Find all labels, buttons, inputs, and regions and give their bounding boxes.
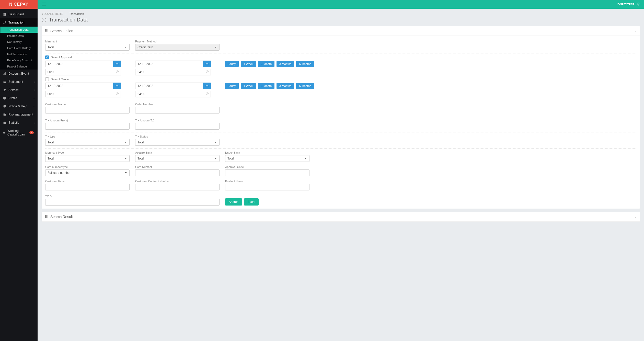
svg-rect-23 <box>116 63 118 65</box>
sidebar-subitem-fail-transaction[interactable]: Fail Transaction <box>0 51 38 57</box>
svg-rect-2 <box>42 5 46 5</box>
calendar-icon[interactable] <box>203 83 211 89</box>
calendar-icon[interactable] <box>203 61 211 67</box>
chevron-right-icon: › <box>66 12 67 15</box>
svg-rect-50 <box>47 217 47 218</box>
svg-rect-20 <box>45 31 46 32</box>
panel-title: Search Option <box>50 29 73 33</box>
preset-3-months[interactable]: 3 Months <box>277 61 294 67</box>
sidebar-subitem-noti-history[interactable]: Noti History <box>0 39 38 45</box>
trx-amount-to-label: Trx Amount(To) <box>135 119 220 122</box>
order-number-input[interactable] <box>135 107 220 113</box>
sidebar-item-transaction[interactable]: Transaction‹ <box>0 18 38 27</box>
grid-icon <box>45 215 50 219</box>
sidebar-subitem-preauth-data[interactable]: Preauth Data <box>0 33 38 39</box>
preset-6-months[interactable]: 6 Months <box>296 61 314 67</box>
approval-checkbox[interactable] <box>45 55 49 59</box>
clock-icon <box>206 92 209 96</box>
sidebar-item-notice-help[interactable]: Notice & Help‹ <box>0 102 38 110</box>
chevron-left-icon: ‹ <box>34 97 34 100</box>
sidebar-item-risk-management[interactable]: Risk management‹ <box>0 110 38 119</box>
approval-from-time-input[interactable]: 00:00 <box>45 69 121 75</box>
brand-logo[interactable]: NICEPAY <box>0 0 38 9</box>
menu-toggle-icon[interactable] <box>42 2 46 7</box>
customer-contract-label: Customer Contract Number <box>135 180 220 183</box>
sidebar-subitem-beneficiary-account[interactable]: Beneficiary Account <box>0 57 38 63</box>
grid-icon <box>45 29 50 33</box>
merchant-select[interactable]: Total <box>45 44 130 51</box>
cancel-from-date-input[interactable]: 12-10-2022 <box>45 83 113 89</box>
preset-today[interactable]: Today <box>225 61 239 67</box>
trx-amount-from-input[interactable] <box>45 123 130 130</box>
sidebar-item-statistic[interactable]: Statistic‹ <box>0 119 38 127</box>
sidebar-item-discount-event[interactable]: Discount Event‹ <box>0 70 38 78</box>
preset-1-week[interactable]: 1 Week <box>241 83 256 89</box>
trx-type-label: Trx type <box>45 135 130 138</box>
preset-1-week[interactable]: 1 Week <box>241 61 256 67</box>
trx-type-select[interactable]: Total <box>45 139 130 146</box>
trx-amount-to-input[interactable] <box>135 123 220 130</box>
chevron-left-icon: ‹ <box>34 81 34 83</box>
preset-1-month[interactable]: 1 Month <box>258 83 274 89</box>
calendar-icon[interactable] <box>113 61 121 67</box>
card-number-type-label: Card number type <box>45 165 130 168</box>
cancel-to-date-input[interactable]: 12-10-2022 <box>135 83 203 89</box>
card-number-type-select[interactable]: Full card number <box>45 169 130 176</box>
merchant-type-select[interactable]: Total <box>45 155 130 162</box>
approval-to-time-input[interactable]: 24:00 <box>135 69 211 75</box>
sidebar-item-settlement[interactable]: Settlement‹ <box>0 78 38 86</box>
trx-status-select[interactable]: Total <box>135 139 220 146</box>
sidebar-item-working-capital-loan[interactable]: Working Capital LoanN‹ <box>0 127 38 139</box>
excel-button[interactable]: Excel <box>244 198 259 206</box>
search-option-panel: Search Option ⌄ Merchant Total Payment M… <box>42 26 640 209</box>
back-button[interactable] <box>42 18 46 22</box>
preset-1-month[interactable]: 1 Month <box>258 61 274 67</box>
merchant-label: Merchant <box>45 40 130 43</box>
issuer-bank-select[interactable]: Total <box>225 155 309 162</box>
chevron-down-icon[interactable]: ⌄ <box>634 215 636 218</box>
customer-contract-input[interactable] <box>135 184 220 190</box>
preset-6-months[interactable]: 6 Months <box>296 83 314 89</box>
issuer-bank-label: Issuer Bank <box>225 151 309 154</box>
order-number-label: Order Number <box>135 103 220 106</box>
svg-rect-16 <box>48 29 48 30</box>
card-number-input[interactable] <box>135 169 220 176</box>
sidebar-subitem-card-event-history[interactable]: Card Event History <box>0 45 38 51</box>
svg-rect-37 <box>206 85 208 87</box>
sidebar-item-label: Working Capital Loan <box>7 129 28 136</box>
product-name-label: Product Name <box>225 180 309 183</box>
sidebar-item-profile[interactable]: Profile‹ <box>0 94 38 102</box>
svg-rect-33 <box>116 85 118 87</box>
chevron-down-icon[interactable]: ⌄ <box>634 30 636 32</box>
sidebar-item-dashboard[interactable]: DashBoard <box>0 10 38 18</box>
calendar-icon[interactable] <box>113 83 121 89</box>
acquire-bank-label: Acquire Bank <box>135 151 220 154</box>
user-label[interactable]: IONPAYTEST <box>617 3 634 6</box>
preset-3-months[interactable]: 3 Months <box>277 83 294 89</box>
approval-code-input[interactable] <box>225 169 309 176</box>
svg-rect-6 <box>5 72 6 75</box>
approval-from-date-input[interactable]: 12-10-2022 <box>45 61 113 67</box>
chevron-left-icon: ‹ <box>34 72 34 75</box>
acquire-bank-select[interactable]: Total <box>135 155 220 162</box>
txid-input[interactable] <box>45 199 220 206</box>
svg-rect-14 <box>45 29 46 30</box>
svg-rect-44 <box>47 215 47 216</box>
sidebar-subitem-transaction-data[interactable]: Transaction Data <box>0 27 38 33</box>
sidebar-item-service[interactable]: Service‹ <box>0 86 38 94</box>
customer-name-input[interactable] <box>45 107 130 113</box>
gear-icon[interactable] <box>637 2 640 6</box>
payment-method-select[interactable]: Credit Card <box>135 44 220 51</box>
svg-rect-0 <box>42 3 46 3</box>
svg-rect-51 <box>48 217 48 218</box>
cancel-checkbox[interactable] <box>45 77 49 81</box>
sidebar-item-label: Statistic <box>8 121 19 124</box>
approval-to-date-input[interactable]: 12-10-2022 <box>135 61 203 67</box>
customer-email-input[interactable] <box>45 184 130 190</box>
preset-today[interactable]: Today <box>225 83 239 89</box>
cancel-to-time-input[interactable]: 24:00 <box>135 91 211 97</box>
sidebar-subitem-payout-balance[interactable]: Payout Balance <box>0 63 38 70</box>
product-name-input[interactable] <box>225 184 309 190</box>
cancel-from-time-input[interactable]: 00:00 <box>45 91 121 97</box>
search-button[interactable]: Search <box>225 198 242 206</box>
